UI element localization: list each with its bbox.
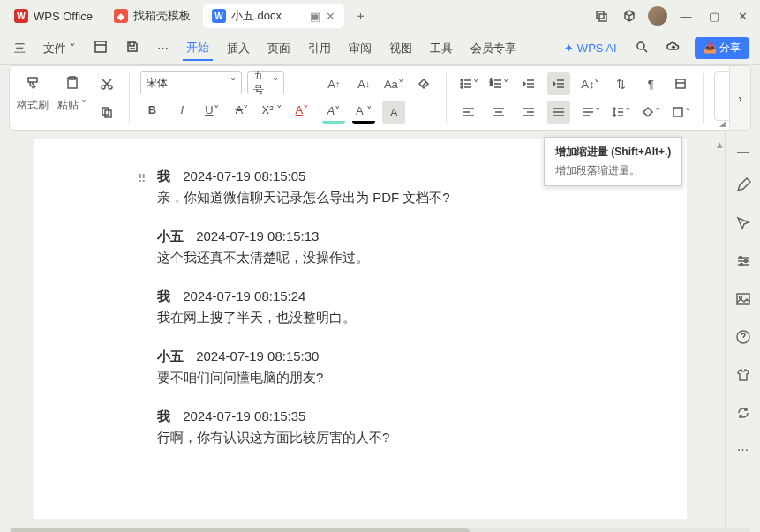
tabs-button[interactable] bbox=[669, 72, 692, 95]
new-tab-button[interactable]: ＋ bbox=[348, 4, 372, 28]
sort-button[interactable]: ⇅ bbox=[609, 72, 632, 95]
msg-name: 小五 bbox=[157, 229, 184, 244]
tb-icon[interactable] bbox=[90, 36, 111, 60]
menu-start[interactable]: 开始 bbox=[183, 36, 213, 61]
wps-ai-button[interactable]: ✦ WPS AI bbox=[561, 38, 620, 58]
ribbon-corner-icon[interactable]: ◢ bbox=[719, 119, 726, 128]
document-page[interactable]: ⠿ 我 2024-07-19 08:15:05 亲，你知道微信聊天记录怎么导出为… bbox=[34, 139, 687, 519]
cube-icon[interactable] bbox=[617, 4, 642, 28]
image-icon[interactable] bbox=[735, 291, 751, 310]
drag-handle-icon[interactable]: ⠿ bbox=[138, 172, 145, 185]
close-button[interactable]: ✕ bbox=[730, 4, 755, 28]
refresh-icon[interactable] bbox=[735, 405, 751, 423]
template-icon: ◆ bbox=[114, 9, 128, 23]
tshirt-icon[interactable] bbox=[735, 367, 751, 386]
highlight-button[interactable]: A˅ bbox=[322, 101, 345, 124]
format-painter-label: 格式刷 bbox=[17, 98, 49, 113]
msg-timestamp: 2024-07-19 08:15:13 bbox=[196, 229, 319, 244]
svg-point-10 bbox=[461, 79, 463, 81]
font-color-button[interactable]: A ˅ bbox=[352, 101, 375, 124]
decrease-indent-button[interactable] bbox=[517, 72, 540, 95]
align-right-button[interactable] bbox=[517, 101, 540, 124]
shrink-font-button[interactable]: A↓ bbox=[352, 72, 375, 95]
expand-ribbon-button[interactable]: › bbox=[729, 66, 750, 130]
wps-logo-icon: W bbox=[14, 9, 28, 23]
tab-label: WPS Office bbox=[34, 10, 93, 23]
menu-view[interactable]: 视图 bbox=[386, 37, 416, 60]
horizontal-scrollbar[interactable] bbox=[9, 528, 751, 532]
font-size-select[interactable]: 五号˅ bbox=[247, 71, 284, 94]
svg-point-11 bbox=[461, 83, 463, 85]
msg-timestamp: 2024-07-19 08:15:05 bbox=[183, 169, 305, 184]
menu-page[interactable]: 页面 bbox=[264, 37, 294, 60]
maximize-button[interactable]: ▢ bbox=[702, 4, 726, 28]
menu-member[interactable]: 会员专享 bbox=[467, 37, 520, 60]
bold-button[interactable]: B bbox=[140, 98, 163, 121]
pencil-icon[interactable] bbox=[735, 177, 751, 196]
msg-name: 我 bbox=[157, 288, 170, 303]
underline-button[interactable]: U ˅ bbox=[200, 98, 223, 121]
line-spacing-button[interactable]: ˅ bbox=[609, 101, 632, 124]
tab-templates[interactable]: ◆ 找稻壳模板 bbox=[105, 4, 199, 28]
align-left-button[interactable] bbox=[457, 101, 480, 124]
cloud-icon[interactable] bbox=[663, 36, 684, 60]
paragraph-button[interactable]: ¶ bbox=[639, 72, 662, 95]
minimize-button[interactable]: — bbox=[673, 4, 698, 28]
more-icon[interactable]: ⋯ bbox=[737, 443, 749, 456]
scroll-up-icon[interactable]: ▴ bbox=[717, 138, 723, 151]
char-shading-button[interactable]: A bbox=[382, 101, 405, 124]
distribute-button[interactable]: ˅ bbox=[579, 101, 602, 124]
right-sidebar: — ⋯ bbox=[725, 131, 760, 528]
menu-review[interactable]: 审阅 bbox=[345, 37, 375, 60]
tab-document[interactable]: W 小五.docx ▣ ✕ bbox=[203, 4, 344, 28]
message-block: 我 2024-07-19 08:15:35 行啊，你有认识这方面比较厉害的人不? bbox=[157, 406, 687, 448]
avatar[interactable] bbox=[645, 4, 670, 28]
text-direction-button[interactable]: A↕˅ bbox=[579, 72, 602, 95]
borders-button[interactable]: ˅ bbox=[669, 101, 692, 124]
settings-icon[interactable] bbox=[735, 253, 751, 272]
format-painter-icon[interactable] bbox=[21, 71, 44, 94]
shading-button[interactable]: ˅ bbox=[639, 101, 662, 124]
change-case-button[interactable]: Aa˅ bbox=[382, 72, 405, 95]
msg-timestamp: 2024-07-19 08:15:35 bbox=[183, 408, 305, 423]
text-effect-button[interactable]: A ˅ bbox=[290, 98, 313, 121]
increase-indent-button[interactable] bbox=[547, 72, 570, 95]
menu-tools[interactable]: 工具 bbox=[426, 37, 456, 60]
tab-wps-office[interactable]: W WPS Office bbox=[5, 4, 102, 28]
message-block: 我 2024-07-19 08:15:24 我在网上搜了半天，也没整明白。 bbox=[157, 286, 687, 328]
paste-icon[interactable] bbox=[61, 71, 84, 94]
word-doc-icon: W bbox=[212, 9, 226, 23]
share-button[interactable]: 📤 分享 bbox=[695, 37, 749, 59]
svg-rect-0 bbox=[597, 11, 604, 19]
copy-icon[interactable] bbox=[589, 4, 613, 28]
msg-text: 行啊，你有认识这方面比较厉害的人不? bbox=[157, 430, 389, 445]
more-icon[interactable]: ⋯ bbox=[154, 38, 172, 58]
menu-reference[interactable]: 引用 bbox=[305, 37, 335, 60]
msg-name: 我 bbox=[157, 408, 170, 423]
cut-icon[interactable] bbox=[95, 72, 118, 95]
help-icon[interactable] bbox=[735, 329, 751, 348]
search-icon[interactable] bbox=[631, 36, 652, 60]
italic-button[interactable]: I bbox=[170, 98, 193, 121]
window-icon[interactable]: ▣ bbox=[310, 10, 320, 23]
number-list-button[interactable]: 12˅ bbox=[487, 72, 510, 95]
clear-format-button[interactable] bbox=[412, 72, 435, 95]
bullet-list-button[interactable]: ˅ bbox=[457, 72, 480, 95]
strikethrough-button[interactable]: A ˅ bbox=[230, 98, 253, 121]
copy-icon[interactable] bbox=[95, 101, 118, 124]
save-icon[interactable] bbox=[122, 36, 143, 60]
align-justify-button[interactable] bbox=[547, 101, 570, 124]
cursor-icon[interactable] bbox=[735, 215, 751, 234]
menu-insert[interactable]: 插入 bbox=[223, 37, 253, 60]
file-menu[interactable]: 文件 ˅ bbox=[40, 37, 79, 60]
minus-icon[interactable]: — bbox=[737, 145, 749, 158]
tooltip-title: 增加缩进量 (Shift+Alt+.) bbox=[555, 145, 671, 160]
grow-font-button[interactable]: A↑ bbox=[322, 72, 345, 95]
hamburger-icon[interactable]: 三 bbox=[11, 37, 29, 60]
align-center-button[interactable] bbox=[487, 101, 510, 124]
msg-text: 这个我还真不太清楚呢，没操作过。 bbox=[157, 250, 369, 265]
close-tab-icon[interactable]: ✕ bbox=[326, 10, 335, 23]
superscript-button[interactable]: X² ˅ bbox=[260, 98, 283, 121]
font-name-select[interactable]: 宋体˅ bbox=[140, 71, 242, 94]
msg-timestamp: 2024-07-19 08:15:24 bbox=[183, 288, 305, 303]
